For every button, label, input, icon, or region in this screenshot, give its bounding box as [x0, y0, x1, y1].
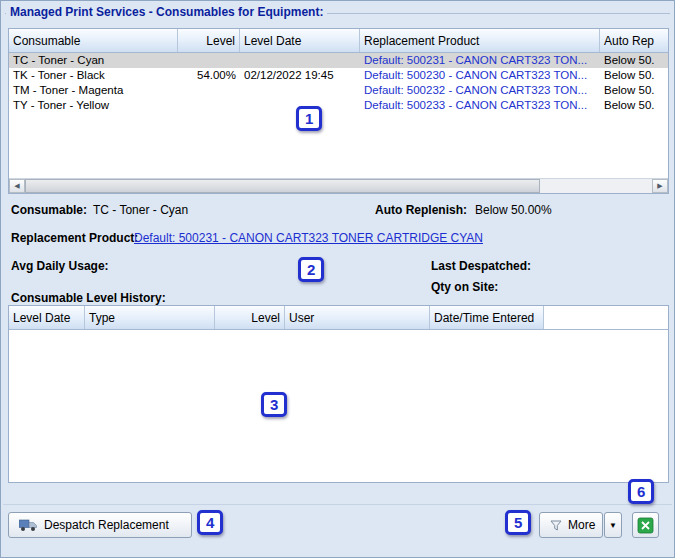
panel-title: Managed Print Services - Consumables for… [6, 5, 327, 19]
cell-level [178, 83, 240, 98]
table-row[interactable]: TM - Toner - Magenta Default: 500232 - C… [9, 83, 668, 98]
replacement-product-link[interactable]: Default: 500231 - CANON CART323 TONER CA… [134, 231, 483, 245]
table-row[interactable]: TY - Toner - Yellow Default: 500233 - CA… [9, 98, 668, 113]
cell-level-date [240, 83, 360, 98]
more-dropdown-button[interactable]: ▼ [604, 512, 622, 538]
excel-export-icon [637, 517, 654, 534]
filter-icon [550, 520, 562, 531]
column-header-consumable[interactable]: Consumable [9, 29, 178, 52]
consumables-table-header: Consumable Level Level Date Replacement … [9, 29, 668, 53]
cell-consumable: TY - Toner - Yellow [9, 98, 178, 113]
scroll-left-icon[interactable]: ◀ [9, 179, 25, 193]
cell-consumable: TC - Toner - Cyan [9, 53, 178, 68]
cell-level [178, 98, 240, 113]
column-header-type[interactable]: Type [85, 306, 215, 329]
annotation-6: 6 [628, 479, 654, 504]
export-excel-button[interactable] [632, 512, 659, 538]
cell-replacement-product[interactable]: Default: 500230 - CANON CART323 TON... [360, 68, 600, 83]
cell-replacement-product[interactable]: Default: 500232 - CANON CART323 TON... [360, 83, 600, 98]
column-header-user[interactable]: User [285, 306, 430, 329]
despatch-replacement-button[interactable]: Despatch Replacement [8, 512, 192, 538]
history-table: Level Date Type Level User Date/Time Ent… [8, 305, 669, 483]
despatch-replacement-label: Despatch Replacement [44, 518, 169, 532]
table-row[interactable]: TC - Toner - Cyan Default: 500231 - CANO… [9, 53, 668, 68]
scroll-track[interactable] [540, 179, 652, 193]
column-header-level-date[interactable]: Level Date [240, 29, 360, 52]
annotation-5: 5 [505, 510, 531, 535]
column-header-replacement-product[interactable]: Replacement Product [360, 29, 600, 52]
column-header-level[interactable]: Level [178, 29, 240, 52]
consumables-table-body: TC - Toner - Cyan Default: 500231 - CANO… [9, 53, 668, 178]
auto-replenish-label: Auto Replenish: [375, 203, 467, 217]
horizontal-scrollbar[interactable]: ◀ ▶ [9, 178, 668, 193]
cell-auto-replenish: Below 50. [600, 68, 668, 83]
cell-auto-replenish: Below 50. [600, 83, 668, 98]
cell-level-date [240, 53, 360, 68]
cell-auto-replenish: Below 50. [600, 98, 668, 113]
annotation-2: 2 [298, 257, 324, 282]
cell-consumable: TM - Toner - Magenta [9, 83, 178, 98]
scroll-thumb[interactable] [25, 179, 540, 193]
consumable-value: TC - Toner - Cyan [93, 203, 188, 217]
column-header-level-date[interactable]: Level Date [9, 306, 85, 329]
cell-auto-replenish: Below 50. [600, 53, 668, 68]
consumables-table: Consumable Level Level Date Replacement … [8, 28, 669, 194]
qty-on-site-label: Qty on Site: [431, 280, 498, 294]
history-table-body [9, 330, 668, 482]
table-row[interactable]: TK - Toner - Black 54.00% 02/12/2022 19:… [9, 68, 668, 83]
column-header-datetime-entered[interactable]: Date/Time Entered [430, 306, 544, 329]
consumables-panel: Managed Print Services - Consumables for… [0, 0, 675, 558]
column-header-auto-replenish[interactable]: Auto Rep [600, 29, 668, 52]
scroll-right-icon[interactable]: ▶ [652, 179, 668, 193]
auto-replenish-value: Below 50.00% [475, 203, 552, 217]
cell-level: 54.00% [178, 68, 240, 83]
history-table-header: Level Date Type Level User Date/Time Ent… [9, 306, 668, 330]
cell-replacement-product[interactable]: Default: 500233 - CANON CART323 TON... [360, 98, 600, 113]
column-header-filler [544, 306, 668, 329]
consumable-level-history-label: Consumable Level History: [11, 291, 166, 305]
more-label: More [568, 518, 595, 532]
more-button[interactable]: More [539, 512, 603, 538]
cell-level [178, 53, 240, 68]
despatch-truck-icon [19, 518, 38, 532]
footer-divider [3, 504, 672, 505]
consumable-label: Consumable: [11, 203, 87, 217]
avg-daily-usage-label: Avg Daily Usage: [11, 259, 109, 273]
annotation-4: 4 [197, 510, 223, 535]
cell-consumable: TK - Toner - Black [9, 68, 178, 83]
last-despatched-label: Last Despatched: [431, 259, 531, 273]
column-header-level[interactable]: Level [215, 306, 285, 329]
chevron-down-icon: ▼ [609, 521, 617, 530]
annotation-3: 3 [261, 392, 287, 417]
cell-level-date: 02/12/2022 19:45 [240, 68, 360, 83]
cell-replacement-product[interactable]: Default: 500231 - CANON CART323 TON... [360, 53, 600, 68]
annotation-1: 1 [296, 106, 322, 131]
replacement-product-label: Replacement Product: [11, 231, 138, 245]
